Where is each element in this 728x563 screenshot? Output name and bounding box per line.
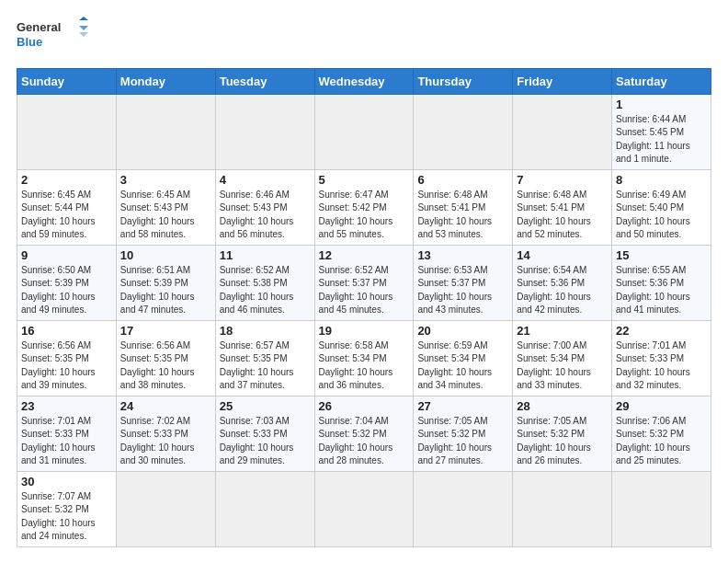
calendar: SundayMondayTuesdayWednesdayThursdayFrid…: [17, 68, 711, 547]
calendar-cell: 6Sunrise: 6:48 AMSunset: 5:41 PMDaylight…: [414, 169, 513, 245]
day-number: 29: [616, 399, 707, 413]
day-info: Sunrise: 6:49 AMSunset: 5:40 PMDaylight:…: [616, 189, 707, 242]
header: General Blue: [17, 17, 711, 61]
day-info: Sunrise: 6:54 AMSunset: 5:36 PMDaylight:…: [517, 264, 608, 317]
day-number: 11: [220, 248, 311, 262]
logo-svg: General Blue: [17, 17, 90, 57]
calendar-cell: 15Sunrise: 6:55 AMSunset: 5:36 PMDayligh…: [612, 245, 711, 320]
day-number: 30: [21, 475, 112, 488]
day-number: 14: [517, 248, 608, 262]
weekday-header-wednesday: Wednesday: [314, 68, 414, 94]
logo-wordmark: General Blue: [17, 17, 90, 61]
weekday-header-row: SundayMondayTuesdayWednesdayThursdayFrid…: [17, 68, 711, 94]
day-info: Sunrise: 7:00 AMSunset: 5:34 PMDaylight:…: [517, 339, 608, 393]
calendar-cell: 24Sunrise: 7:02 AMSunset: 5:33 PMDayligh…: [116, 396, 215, 471]
day-number: 22: [616, 324, 707, 338]
svg-text:Blue: Blue: [17, 35, 42, 49]
calendar-cell: 13Sunrise: 6:53 AMSunset: 5:37 PMDayligh…: [414, 245, 513, 320]
calendar-cell: 11Sunrise: 6:52 AMSunset: 5:38 PMDayligh…: [215, 245, 314, 320]
svg-marker-3: [79, 26, 88, 30]
day-info: Sunrise: 6:52 AMSunset: 5:37 PMDaylight:…: [319, 264, 410, 317]
day-number: 12: [319, 248, 410, 262]
calendar-cell: [414, 471, 513, 546]
day-number: 18: [220, 324, 311, 338]
calendar-cell: [414, 94, 513, 169]
day-number: 7: [517, 173, 608, 187]
day-number: 8: [616, 173, 707, 187]
calendar-cell: [116, 94, 215, 169]
calendar-cell: 2Sunrise: 6:45 AMSunset: 5:44 PMDaylight…: [17, 169, 117, 245]
calendar-cell: 28Sunrise: 7:05 AMSunset: 5:32 PMDayligh…: [513, 396, 612, 471]
calendar-cell: 10Sunrise: 6:51 AMSunset: 5:39 PMDayligh…: [116, 245, 215, 320]
day-info: Sunrise: 7:07 AMSunset: 5:32 PMDaylight:…: [21, 490, 112, 544]
day-number: 4: [220, 173, 311, 187]
day-number: 5: [319, 173, 410, 187]
day-number: 15: [616, 248, 707, 262]
weekday-header-friday: Friday: [513, 68, 612, 94]
day-number: 24: [120, 399, 211, 413]
calendar-cell: [116, 471, 215, 546]
calendar-cell: 19Sunrise: 6:58 AMSunset: 5:34 PMDayligh…: [314, 320, 414, 396]
page: General Blue SundayMondayTuesdayWednesda…: [0, 0, 728, 557]
calendar-cell: 21Sunrise: 7:00 AMSunset: 5:34 PMDayligh…: [513, 320, 612, 396]
day-number: 23: [21, 399, 112, 413]
calendar-cell: 9Sunrise: 6:50 AMSunset: 5:39 PMDaylight…: [17, 245, 117, 320]
calendar-cell: [215, 94, 314, 169]
day-info: Sunrise: 6:55 AMSunset: 5:36 PMDaylight:…: [616, 264, 707, 317]
day-info: Sunrise: 6:51 AMSunset: 5:39 PMDaylight:…: [120, 264, 211, 317]
calendar-cell: 26Sunrise: 7:04 AMSunset: 5:32 PMDayligh…: [314, 396, 414, 471]
day-info: Sunrise: 6:48 AMSunset: 5:41 PMDaylight:…: [417, 189, 508, 242]
day-info: Sunrise: 7:04 AMSunset: 5:32 PMDaylight:…: [319, 415, 410, 468]
calendar-cell: 3Sunrise: 6:45 AMSunset: 5:43 PMDaylight…: [116, 169, 215, 245]
day-info: Sunrise: 7:06 AMSunset: 5:32 PMDaylight:…: [616, 415, 707, 468]
day-info: Sunrise: 6:56 AMSunset: 5:35 PMDaylight:…: [120, 339, 211, 393]
day-info: Sunrise: 6:45 AMSunset: 5:43 PMDaylight:…: [120, 189, 211, 242]
calendar-cell: 18Sunrise: 6:57 AMSunset: 5:35 PMDayligh…: [215, 320, 314, 396]
day-info: Sunrise: 6:59 AMSunset: 5:34 PMDaylight:…: [417, 339, 508, 393]
calendar-week-row: 30Sunrise: 7:07 AMSunset: 5:32 PMDayligh…: [17, 471, 711, 546]
day-number: 10: [120, 248, 211, 262]
day-info: Sunrise: 6:56 AMSunset: 5:35 PMDaylight:…: [21, 339, 112, 393]
calendar-cell: [314, 471, 414, 546]
calendar-cell: [513, 471, 612, 546]
calendar-cell: 16Sunrise: 6:56 AMSunset: 5:35 PMDayligh…: [17, 320, 117, 396]
calendar-cell: [314, 94, 414, 169]
weekday-header-thursday: Thursday: [414, 68, 513, 94]
day-info: Sunrise: 7:03 AMSunset: 5:33 PMDaylight:…: [220, 415, 311, 468]
day-number: 3: [120, 173, 211, 187]
day-info: Sunrise: 6:50 AMSunset: 5:39 PMDaylight:…: [21, 264, 112, 317]
day-info: Sunrise: 6:44 AMSunset: 5:45 PMDaylight:…: [616, 113, 707, 167]
day-info: Sunrise: 6:53 AMSunset: 5:37 PMDaylight:…: [417, 264, 508, 317]
calendar-cell: 25Sunrise: 7:03 AMSunset: 5:33 PMDayligh…: [215, 396, 314, 471]
calendar-cell: [215, 471, 314, 546]
day-number: 27: [417, 399, 508, 413]
logo: General Blue: [17, 17, 90, 61]
svg-text:General: General: [17, 20, 61, 34]
day-number: 25: [220, 399, 311, 413]
calendar-cell: 23Sunrise: 7:01 AMSunset: 5:33 PMDayligh…: [17, 396, 117, 471]
day-info: Sunrise: 6:57 AMSunset: 5:35 PMDaylight:…: [220, 339, 311, 393]
day-number: 6: [417, 173, 508, 187]
day-info: Sunrise: 7:01 AMSunset: 5:33 PMDaylight:…: [21, 415, 112, 468]
calendar-cell: 12Sunrise: 6:52 AMSunset: 5:37 PMDayligh…: [314, 245, 414, 320]
calendar-cell: 29Sunrise: 7:06 AMSunset: 5:32 PMDayligh…: [612, 396, 711, 471]
weekday-header-tuesday: Tuesday: [215, 68, 314, 94]
calendar-cell: 17Sunrise: 6:56 AMSunset: 5:35 PMDayligh…: [116, 320, 215, 396]
day-info: Sunrise: 6:47 AMSunset: 5:42 PMDaylight:…: [319, 189, 410, 242]
day-number: 1: [616, 98, 707, 111]
day-info: Sunrise: 7:01 AMSunset: 5:33 PMDaylight:…: [616, 339, 707, 393]
day-number: 21: [517, 324, 608, 338]
calendar-week-row: 2Sunrise: 6:45 AMSunset: 5:44 PMDaylight…: [17, 169, 711, 245]
calendar-cell: 7Sunrise: 6:48 AMSunset: 5:41 PMDaylight…: [513, 169, 612, 245]
day-number: 16: [21, 324, 112, 338]
svg-marker-4: [79, 32, 88, 37]
calendar-cell: [612, 471, 711, 546]
day-info: Sunrise: 6:58 AMSunset: 5:34 PMDaylight:…: [319, 339, 410, 393]
day-number: 17: [120, 324, 211, 338]
calendar-cell: 1Sunrise: 6:44 AMSunset: 5:45 PMDaylight…: [612, 94, 711, 169]
day-number: 19: [319, 324, 410, 338]
day-number: 20: [417, 324, 508, 338]
calendar-week-row: 23Sunrise: 7:01 AMSunset: 5:33 PMDayligh…: [17, 396, 711, 471]
calendar-cell: 27Sunrise: 7:05 AMSunset: 5:32 PMDayligh…: [414, 396, 513, 471]
day-number: 26: [319, 399, 410, 413]
